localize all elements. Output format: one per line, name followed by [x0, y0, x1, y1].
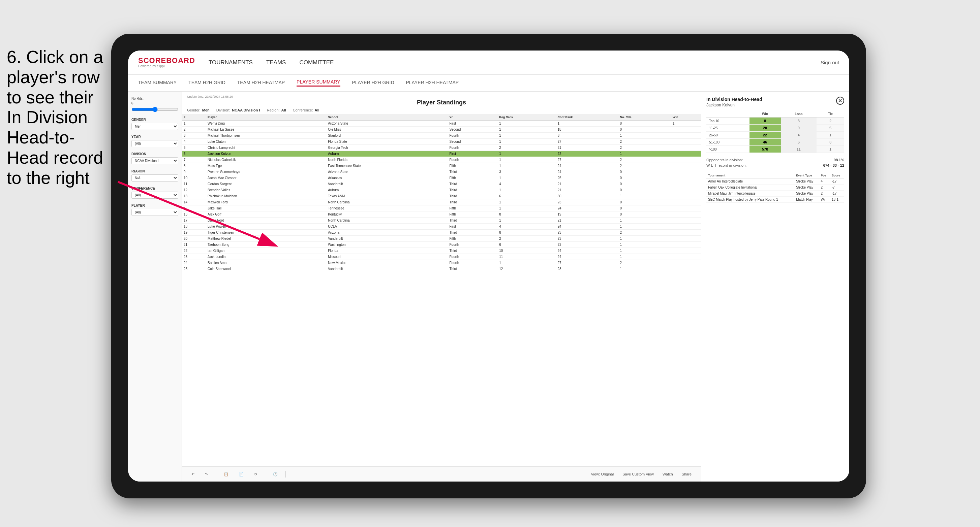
wlt-label: W-L-T record in-division: [706, 163, 746, 167]
h2h-rank: 11-25 [706, 125, 749, 132]
table-row[interactable]: 1 Wenyi Ding Arizona State First 1 1 8 1 [182, 121, 701, 127]
tab-team-summary[interactable]: TEAM SUMMARY [138, 80, 177, 86]
cell-player: Maxwell Ford [206, 199, 326, 205]
table-row[interactable]: 12 Brendan Valles Auburn Third 1 21 0 [182, 187, 701, 193]
cell-win [671, 187, 701, 193]
year-select[interactable]: (All) [131, 140, 178, 147]
cell-rds: 2 [619, 163, 671, 169]
table-row[interactable]: 2 Michael La Sasse Ole Miss Second 1 18 … [182, 127, 701, 133]
cell-num: 4 [182, 139, 206, 145]
view-original-btn[interactable]: View: Original [588, 471, 616, 478]
h2h-win: 578 [749, 146, 781, 153]
cell-school: Stanford [326, 133, 447, 139]
tournament-row[interactable]: Fallen Oak Collegiate Invitational Strok… [706, 184, 844, 190]
table-row[interactable]: 10 Jacob Mac Olesser Arkansas Fifth 1 25… [182, 175, 701, 181]
col-no-rds: No. Rds. [619, 114, 671, 121]
refresh-btn[interactable]: ↻ [251, 471, 260, 478]
table-row[interactable]: 16 Alex Goff Kentucky Fifth 8 19 0 [182, 211, 701, 217]
cell-reg: 3 [497, 169, 556, 175]
nav-committee[interactable]: COMMITTEE [299, 57, 334, 68]
table-row[interactable]: 14 Maxwell Ford North Carolina Third 1 2… [182, 199, 701, 205]
conference-filter: Conference (All) [131, 187, 178, 199]
undo-btn[interactable]: ↶ [189, 471, 197, 478]
no-rds-slider[interactable] [131, 107, 178, 112]
tournament-row[interactable]: Mirabel Maui Jim Intercollegiate Stroke … [706, 190, 844, 197]
cell-rds: 2 [619, 230, 671, 236]
table-panel: Update time: 27/03/2024 16:56:26 Player … [182, 92, 701, 481]
table-row[interactable]: 6 Jackson Koivun Auburn First 1 22 1 [182, 151, 701, 157]
table-row[interactable]: 19 Tiger Christensen Arizona Third 8 23 … [182, 230, 701, 236]
table-row[interactable]: 8 Mats Ege East Tennessee State Fifth 1 … [182, 163, 701, 169]
cell-player: Bastien Amat [206, 260, 326, 266]
cell-yr: Third [448, 230, 498, 236]
table-row[interactable]: 20 Matthew Riedel Vanderbilt Fifth 2 23 … [182, 236, 701, 242]
nav-tournaments[interactable]: TOURNAMENTS [208, 57, 253, 68]
nav-teams[interactable]: TEAMS [266, 57, 286, 68]
redo-btn[interactable]: ↷ [202, 471, 211, 478]
cell-rds: 2 [619, 139, 671, 145]
h2h-row: Top 10 8 3 2 [706, 117, 844, 125]
cell-player: Mats Ege [206, 163, 326, 169]
tab-player-h2h-grid[interactable]: PLAYER H2H GRID [352, 80, 394, 86]
cell-school: Arkansas [326, 175, 447, 181]
player-select[interactable]: (All) [131, 209, 178, 216]
cell-win [671, 248, 701, 254]
tab-team-h2h-grid[interactable]: TEAM H2H GRID [188, 80, 226, 86]
tab-team-h2h-heatmap[interactable]: TEAM H2H HEATMAP [237, 80, 285, 86]
table-row[interactable]: 21 Taehoon Song Washington Fourth 6 23 1 [182, 242, 701, 248]
table-row[interactable]: 7 Nicholas Gabrelcik North Florida Fourt… [182, 157, 701, 163]
paste-btn[interactable]: 📄 [236, 471, 247, 478]
cell-yr: Second [448, 127, 498, 133]
cell-yr: Fourth [448, 133, 498, 139]
cell-yr: Third [448, 266, 498, 272]
save-custom-btn[interactable]: Save Custom View [620, 471, 657, 478]
h2h-row: 51-100 46 6 3 [706, 139, 844, 146]
table-row[interactable]: 15 Jake Hall Tennessee Fifth 1 24 0 [182, 205, 701, 211]
cell-rds: 0 [619, 127, 671, 133]
clock-btn[interactable]: 🕐 [270, 471, 280, 478]
gender-select[interactable]: Men Women [131, 123, 178, 130]
logo-area: SCOREBOARD Powered by clippi [138, 57, 195, 68]
tournament-row[interactable]: SEC Match Play hosted by Jerry Pate Roun… [706, 197, 844, 203]
h2h-close-button[interactable]: ✕ [836, 97, 844, 105]
table-row[interactable]: 3 Michael Thorbjornsen Stanford Fourth 1… [182, 133, 701, 139]
share-btn[interactable]: Share [679, 471, 694, 478]
tournament-row[interactable]: Amer Ari Intercollegiate Stroke Play 4 -… [706, 178, 844, 184]
h2h-rank: Top 10 [706, 117, 749, 125]
tab-player-h2h-heatmap[interactable]: PLAYER H2H HEATMAP [406, 80, 459, 86]
table-row[interactable]: 23 Jack Lundin Missouri Fourth 11 24 1 [182, 254, 701, 260]
tourney-score: -17 [830, 178, 844, 184]
table-row[interactable]: 4 Luke Claton Florida State Second 1 27 … [182, 139, 701, 145]
h2h-rank: 26-50 [706, 132, 749, 139]
cell-win [671, 260, 701, 266]
division-filter-label: Division [131, 152, 178, 156]
cell-reg: 1 [497, 175, 556, 181]
h2h-win: 46 [749, 139, 781, 146]
tab-player-summary[interactable]: PLAYER SUMMARY [297, 79, 340, 87]
cell-school: Vanderbilt [326, 181, 447, 187]
table-row[interactable]: 18 Luke Powell UCLA First 4 24 1 [182, 224, 701, 230]
conference-select[interactable]: (All) [131, 192, 178, 199]
division-select[interactable]: NCAA Division I [131, 157, 178, 164]
cell-school: New Mexico [326, 260, 447, 266]
table-row[interactable]: 22 Ian Gilligan Florida Third 10 24 1 [182, 248, 701, 254]
cell-conf: 24 [556, 169, 619, 175]
region-select[interactable]: N/A [131, 175, 178, 181]
table-row[interactable]: 13 Phichakun Maichon Texas A&M Third 6 3… [182, 193, 701, 199]
cell-rds: 1 [619, 151, 671, 157]
table-row[interactable]: 24 Bastien Amat New Mexico Fourth 1 27 2 [182, 260, 701, 266]
table-row[interactable]: 9 Preston Summerhays Arizona State Third… [182, 169, 701, 175]
watch-btn[interactable]: Watch [660, 471, 676, 478]
copy-btn[interactable]: 📋 [221, 471, 231, 478]
cell-school: Vanderbilt [326, 266, 447, 272]
cell-win [671, 133, 701, 139]
tourney-name: Fallen Oak Collegiate Invitational [706, 184, 794, 190]
table-row[interactable]: 25 Cole Sherwood Vanderbilt Third 12 23 … [182, 266, 701, 272]
table-row[interactable]: 11 Gordon Sargent Vanderbilt Third 4 21 … [182, 181, 701, 187]
table-row[interactable]: 17 David Ford North Carolina Third 1 21 … [182, 217, 701, 224]
cell-conf: 30 [556, 193, 619, 199]
table-scroll[interactable]: # Player School Yr Reg Rank Conf Rank No… [182, 114, 701, 467]
col-num: # [182, 114, 206, 121]
sign-out-button[interactable]: Sign out [821, 60, 839, 65]
table-row[interactable]: 5 Christo Lamprecht Georgia Tech Fourth … [182, 145, 701, 151]
